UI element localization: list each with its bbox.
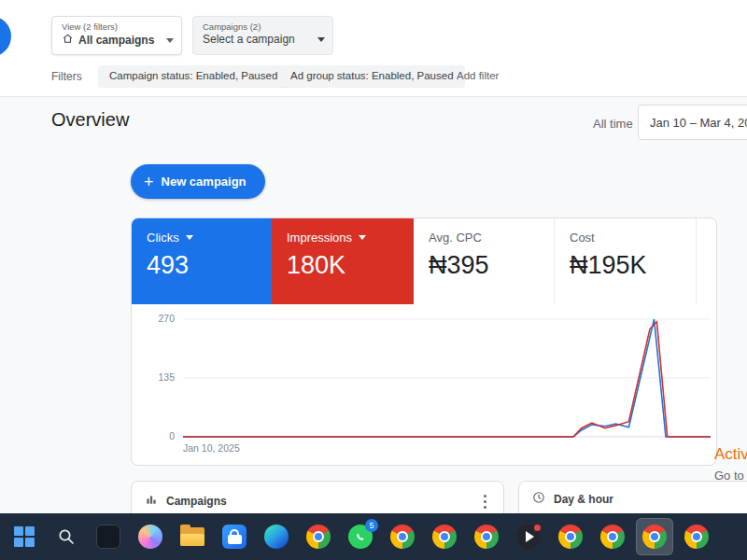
media-player-icon (516, 525, 541, 549)
add-filter-button[interactable]: Add filter (457, 70, 499, 81)
whatsapp-badge: 5 (365, 519, 378, 532)
date-range-value: Jan 10 – Mar 4, 2025 (650, 116, 747, 130)
plus-icon: + (144, 174, 154, 190)
chrome-1-icon (306, 525, 331, 549)
taskbar-chrome-8-button[interactable] (678, 518, 715, 555)
screen: View (2 filters) All campaigns Campaigns… (0, 0, 747, 560)
microsoft-store-icon (222, 525, 247, 549)
clock-icon (532, 491, 545, 508)
pinned-dark-app-icon (96, 525, 120, 549)
campaign-selector[interactable]: Campaigns (2) Select a campaign (192, 16, 333, 55)
overview-chart-area: 270 135 0 Jan 10, 2025 (132, 304, 716, 466)
time-range-label: All time (593, 117, 633, 131)
scorecard-value: ₦195K (570, 251, 681, 280)
taskbar-edge-button[interactable] (258, 518, 295, 555)
scorecard-cost[interactable]: Cost ₦195K (554, 218, 696, 304)
taskbar-chrome-5-button[interactable] (552, 518, 589, 555)
chrome-5-icon (558, 525, 583, 549)
taskbar-chrome-2-button[interactable] (384, 518, 421, 555)
filter-chip-campaign-status[interactable]: Campaign status: Enabled, Paused (98, 65, 289, 87)
scorecard-value: ₦395 (429, 251, 539, 280)
scorecard-label: Clicks (147, 231, 179, 245)
chrome-2-icon (390, 525, 415, 549)
kebab-menu-button[interactable] (480, 491, 490, 511)
view-selector[interactable]: View (2 filters) All campaigns (51, 16, 182, 55)
taskbar-chrome-1-button[interactable] (300, 518, 337, 555)
chrome-4-icon (474, 525, 499, 549)
taskbar-media-player-button[interactable] (510, 518, 547, 555)
file-explorer-icon (180, 527, 204, 546)
search-icon (57, 527, 76, 546)
view-selector-label: View (2 filters) (62, 21, 181, 32)
campaign-selector-value: Select a campaign (203, 33, 295, 46)
filters-label: Filters (51, 70, 82, 83)
windows-taskbar: 5 (0, 513, 747, 560)
chevron-down-icon (166, 38, 174, 43)
new-campaign-button[interactable]: + New campaign (131, 164, 265, 199)
chevron-down-icon (317, 37, 325, 42)
scorecard-value: 493 (147, 251, 257, 280)
y-axis-tick: 0 (132, 430, 175, 441)
x-axis-label: Jan 10, 2025 (183, 442, 240, 454)
scorecard-label: Cost (570, 231, 595, 245)
filter-chip-adgroup-status[interactable]: Ad group status: Enabled, Paused (279, 65, 465, 87)
chrome-7-icon (642, 525, 667, 549)
taskbar-pinned-dark-app-button[interactable] (90, 518, 127, 555)
edge-icon (264, 525, 289, 549)
card-title: Campaigns (166, 495, 227, 508)
bar-chart-icon (145, 493, 158, 510)
scorecard-label: Avg. CPC (429, 231, 482, 245)
y-axis-tick: 135 (132, 371, 175, 383)
dropdown-arrow-icon (186, 235, 193, 240)
copilot-icon (138, 525, 162, 549)
scorecard-impressions[interactable]: Impressions 180K (272, 218, 414, 304)
chrome-3-icon (432, 525, 457, 549)
windows-start-icon (14, 526, 35, 547)
card-title: Day & hour (554, 493, 613, 506)
scorecard-label: Impressions (287, 231, 352, 245)
page-title: Overview (51, 109, 129, 131)
new-campaign-label: New campaign (162, 175, 247, 189)
date-range-picker[interactable]: Jan 10 – Mar 4, 2025 (638, 105, 747, 140)
taskbar-chrome-7-button[interactable] (636, 518, 673, 555)
chrome-8-icon (684, 525, 709, 549)
taskbar-search-button[interactable] (48, 518, 85, 555)
dropdown-arrow-icon (359, 235, 366, 240)
scorecard-value: 180K (287, 251, 399, 280)
taskbar-chrome-4-button[interactable] (468, 518, 505, 555)
scorecard-avg-cpc[interactable]: Avg. CPC ₦395 (414, 218, 554, 304)
view-selector-value: All campaigns (78, 34, 154, 47)
taskbar-icons: 5 (6, 518, 715, 555)
y-axis-tick: 270 (132, 313, 175, 324)
overview-summary-card: Clicks 493 Impressions 180K Avg. CPC ₦39… (131, 217, 717, 466)
taskbar-copilot-button[interactable] (132, 518, 169, 555)
chrome-6-icon (600, 525, 625, 549)
taskbar-microsoft-store-button[interactable] (216, 518, 253, 555)
scorecard-filler (696, 218, 716, 304)
home-icon (62, 33, 74, 48)
taskbar-whatsapp-button[interactable]: 5 (342, 518, 379, 555)
taskbar-chrome-3-button[interactable] (426, 518, 463, 555)
campaign-selector-label: Campaigns (2) (203, 21, 332, 32)
scorecard-clicks[interactable]: Clicks 493 (132, 218, 272, 304)
taskbar-file-explorer-button[interactable] (174, 518, 211, 555)
taskbar-chrome-6-button[interactable] (594, 518, 631, 555)
taskbar-windows-start-button[interactable] (6, 518, 43, 555)
scorecard-row: Clicks 493 Impressions 180K Avg. CPC ₦39… (132, 218, 716, 304)
overlay-go-to-link[interactable]: Go to (714, 469, 744, 483)
overlay-text: Activ (714, 445, 747, 464)
